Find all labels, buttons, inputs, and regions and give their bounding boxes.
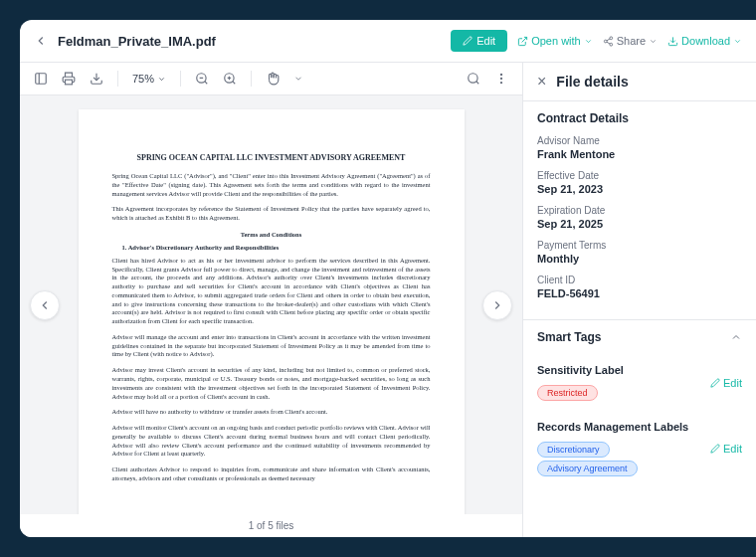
download-button[interactable]: Download [667,35,742,47]
svg-point-18 [469,74,477,83]
sidebar-title: File details [556,74,628,90]
svg-point-20 [500,78,501,79]
sidebar-toggle-icon[interactable] [34,72,48,86]
filename: Feldman_Private_IMA.pdf [58,34,441,49]
edit-button[interactable]: Edit [451,30,507,52]
doc-title: SPRING OCEAN CAPITAL LLC INVESTMENT ADVI… [112,153,431,162]
hand-tool-icon[interactable] [266,72,280,86]
svg-line-5 [607,38,610,40]
back-icon[interactable] [34,34,48,48]
sidebar: × File details Contract Details Advisor … [522,63,756,537]
records-pill: Discretionary [537,442,610,458]
svg-point-21 [500,74,501,75]
svg-rect-9 [66,80,73,85]
records-row: Records Management Labels Discretionary … [523,411,756,486]
contract-details-section: Contract Details Advisor NameFrank Mento… [523,100,756,319]
page-counter: 1 of 5 files [20,514,522,537]
svg-line-15 [233,82,236,85]
edit-records-button[interactable]: Edit [710,443,742,455]
svg-point-22 [500,83,501,84]
open-with-button[interactable]: Open with [517,35,593,47]
toolbar: 75% [20,63,522,95]
sensitivity-pill: Restricted [537,385,598,401]
document-area: SPRING OCEAN CAPITAL LLC INVESTMENT ADVI… [20,95,522,514]
next-page-button[interactable] [482,290,512,320]
zoom-in-icon[interactable] [223,72,237,86]
print-icon[interactable] [62,72,76,86]
records-pill: Advisory Agreement [537,461,638,476]
search-icon[interactable] [467,72,480,86]
svg-point-2 [604,40,607,43]
svg-line-12 [205,82,208,85]
svg-line-4 [607,42,610,44]
share-button[interactable]: Share [603,35,658,47]
svg-line-0 [522,37,527,42]
svg-line-19 [476,82,479,85]
smart-tags-toggle[interactable]: Smart Tags [523,319,756,354]
svg-rect-7 [36,74,47,85]
more-icon[interactable] [494,72,508,86]
chevron-down-icon[interactable] [293,74,303,84]
app-window: Feldman_Private_IMA.pdf Edit Open with S… [20,20,756,537]
main: 75% SPRING OCEAN CAPITAL LLC INVESTMENT … [20,63,756,537]
sensitivity-row: Sensitivity Label Restricted Edit [523,354,756,411]
svg-point-3 [610,43,613,46]
download-icon[interactable] [90,72,103,86]
header: Feldman_Private_IMA.pdf Edit Open with S… [20,20,756,63]
sidebar-header: × File details [523,63,756,100]
document-page: SPRING OCEAN CAPITAL LLC INVESTMENT ADVI… [79,109,465,514]
close-icon[interactable]: × [537,73,546,91]
svg-point-1 [610,36,613,39]
chevron-up-icon [730,331,742,343]
edit-sensitivity-button[interactable]: Edit [710,377,742,389]
zoom-out-icon[interactable] [195,72,209,86]
document-viewer: 75% SPRING OCEAN CAPITAL LLC INVESTMENT … [20,63,522,537]
zoom-level[interactable]: 75% [132,73,166,85]
prev-page-button[interactable] [30,290,60,320]
